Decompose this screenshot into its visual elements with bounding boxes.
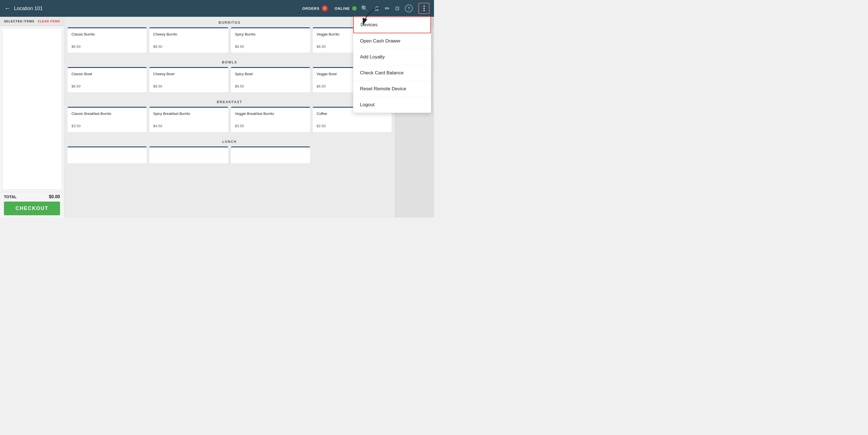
- dropdown-item-open-cash-drawer[interactable]: Open Cash Drawer: [353, 33, 431, 49]
- orders-indicator: ORDERS 0: [302, 5, 328, 11]
- left-panel: SELECTED ITEMS CLEAR ITEMS TOTAL $0.00 C…: [0, 17, 64, 218]
- dropdown-item-add-loyalty[interactable]: Add Loyalty: [353, 49, 431, 65]
- clear-items-button[interactable]: CLEAR ITEMS: [38, 20, 60, 23]
- orders-label: ORDERS: [302, 6, 319, 11]
- online-indicator: ONLINE: [335, 6, 356, 11]
- left-panel-header: SELECTED ITEMS CLEAR ITEMS: [0, 17, 64, 26]
- dropdown-menu: Devices Open Cash Drawer Add Loyalty Che…: [353, 16, 431, 113]
- breakfast-grid: Classic Breakfast Burrito $3.50 Spicy Br…: [64, 107, 395, 136]
- item-spicy-breakfast-burrito[interactable]: Spicy Breakfast Burrito $4.50: [149, 107, 228, 132]
- item-veggie-breakfast-burrito[interactable]: Veggie Breakfast Burrito $3.50: [231, 107, 310, 132]
- dropdown-item-check-card-balance[interactable]: Check Card Balance: [353, 65, 431, 81]
- camera-icon[interactable]: ⊡: [395, 5, 399, 11]
- item-cheesy-bowl[interactable]: Cheesy Bowl $8.50: [149, 67, 228, 92]
- dropdown-item-devices[interactable]: Devices: [353, 17, 431, 33]
- item-lunch-2[interactable]: [149, 146, 228, 163]
- total-row: TOTAL $0.00: [4, 194, 60, 199]
- item-classic-breakfast-burrito[interactable]: Classic Breakfast Burrito $3.50: [68, 107, 147, 132]
- checkout-button[interactable]: CHECKOUT: [4, 202, 60, 215]
- burritos-grid: Classic Burrito $6.50 Cheesy Burrito $8.…: [64, 27, 395, 56]
- dropdown-item-logout[interactable]: Logout: [353, 97, 431, 113]
- bowls-grid: Classic Bowl $6.50 Cheesy Bowl $8.50 Spi…: [64, 67, 395, 96]
- item-cheesy-burrito[interactable]: Cheesy Burrito $8.50: [149, 27, 228, 53]
- category-breakfast: BREAKFAST Classic Breakfast Burrito $3.5…: [64, 96, 395, 136]
- pencil-icon[interactable]: ✏: [385, 5, 390, 12]
- category-header-burritos: BURRITOS: [64, 17, 395, 27]
- category-header-lunch: LUNCH: [64, 136, 395, 146]
- location-title: Location 101: [14, 6, 43, 11]
- lunch-grid: [64, 146, 395, 167]
- online-status-dot: [352, 6, 356, 11]
- more-options-button[interactable]: ⋮: [418, 3, 430, 14]
- item-lunch-3[interactable]: [231, 146, 310, 163]
- selected-items-label: SELECTED ITEMS: [4, 20, 34, 23]
- left-panel-footer: TOTAL $0.00 CHECKOUT: [0, 192, 64, 218]
- category-lunch: LUNCH: [64, 136, 395, 167]
- selected-items-list: [2, 28, 62, 190]
- category-header-bowls: BOWLS: [64, 56, 395, 67]
- category-bowls: BOWLS Classic Bowl $6.50 Cheesy Bowl $8.…: [64, 56, 395, 96]
- item-spicy-burrito[interactable]: Spicy Burrito $8.50: [231, 27, 310, 53]
- print-icon[interactable]: 🖨: [374, 5, 379, 12]
- search-icon[interactable]: 🔍: [361, 5, 368, 12]
- back-button[interactable]: ←: [4, 5, 10, 12]
- orders-badge: 0: [322, 5, 328, 11]
- help-icon[interactable]: ?: [405, 4, 413, 12]
- category-burritos: BURRITOS Classic Burrito $6.50 Cheesy Bu…: [64, 17, 395, 56]
- item-classic-bowl[interactable]: Classic Bowl $6.50: [68, 67, 147, 92]
- item-classic-burrito[interactable]: Classic Burrito $6.50: [68, 27, 147, 53]
- menu-panel: BURRITOS Classic Burrito $6.50 Cheesy Bu…: [64, 17, 395, 218]
- category-header-breakfast: BREAKFAST: [64, 96, 395, 107]
- total-label: TOTAL: [4, 195, 17, 199]
- item-spicy-bowl[interactable]: Spicy Bowl $8.50: [231, 67, 310, 92]
- total-amount: $0.00: [49, 194, 60, 199]
- dropdown-item-reset-remote-device[interactable]: Reset Remote Device: [353, 81, 431, 97]
- header: ← Location 101 ORDERS 0 ONLINE 🔍 🖨 ✏ ⊡ ?…: [0, 0, 434, 17]
- online-label: ONLINE: [335, 6, 350, 11]
- item-lunch-1[interactable]: [68, 146, 147, 163]
